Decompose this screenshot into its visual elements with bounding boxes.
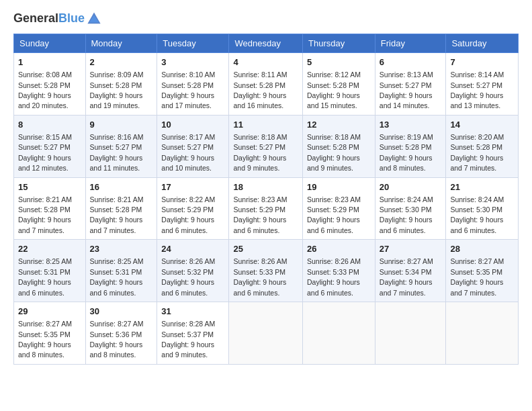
day-info: Sunrise: 8:26 AM Sunset: 5:33 PM Dayligh… xyxy=(233,257,287,296)
day-info: Sunrise: 8:27 AM Sunset: 5:35 PM Dayligh… xyxy=(450,257,504,296)
weekday-header-cell: Wednesday xyxy=(229,34,303,53)
day-number: 27 xyxy=(380,243,442,255)
day-info: Sunrise: 8:26 AM Sunset: 5:32 PM Dayligh… xyxy=(161,257,215,296)
calendar-day-cell: 8Sunrise: 8:15 AM Sunset: 5:27 PM Daylig… xyxy=(14,115,86,177)
day-number: 5 xyxy=(307,56,371,68)
calendar-day-cell: 2Sunrise: 8:09 AM Sunset: 5:28 PM Daylig… xyxy=(85,53,157,116)
day-info: Sunrise: 8:08 AM Sunset: 5:28 PM Dayligh… xyxy=(18,71,72,109)
day-number: 30 xyxy=(90,306,153,318)
day-number: 14 xyxy=(450,119,514,131)
calendar-day-cell: 3Sunrise: 8:10 AM Sunset: 5:28 PM Daylig… xyxy=(157,53,229,116)
day-number: 25 xyxy=(233,243,298,255)
calendar-day-cell: 23Sunrise: 8:25 AM Sunset: 5:31 PM Dayli… xyxy=(85,240,157,302)
calendar-day-cell: 27Sunrise: 8:27 AM Sunset: 5:34 PM Dayli… xyxy=(375,240,446,302)
day-info: Sunrise: 8:13 AM Sunset: 5:27 PM Dayligh… xyxy=(380,71,433,109)
day-info: Sunrise: 8:20 AM Sunset: 5:28 PM Dayligh… xyxy=(450,133,504,172)
day-number: 18 xyxy=(233,181,298,193)
day-info: Sunrise: 8:27 AM Sunset: 5:34 PM Dayligh… xyxy=(380,257,433,296)
logo-text: GeneralBlue xyxy=(13,12,85,26)
day-info: Sunrise: 8:16 AM Sunset: 5:27 PM Dayligh… xyxy=(90,133,144,172)
day-number: 12 xyxy=(307,119,371,131)
day-number: 11 xyxy=(233,119,298,131)
day-number: 21 xyxy=(450,181,514,193)
weekday-header-cell: Friday xyxy=(375,34,446,53)
calendar-day-cell: 13Sunrise: 8:19 AM Sunset: 5:28 PM Dayli… xyxy=(375,115,446,177)
day-number: 13 xyxy=(380,119,442,131)
weekday-header-cell: Monday xyxy=(85,34,157,53)
day-info: Sunrise: 8:14 AM Sunset: 5:27 PM Dayligh… xyxy=(450,71,504,109)
day-number: 24 xyxy=(161,243,224,255)
day-number: 23 xyxy=(90,243,153,255)
calendar-body: 1Sunrise: 8:08 AM Sunset: 5:28 PM Daylig… xyxy=(14,53,519,365)
calendar-week-row: 22Sunrise: 8:25 AM Sunset: 5:31 PM Dayli… xyxy=(14,240,519,302)
day-number: 19 xyxy=(307,181,371,193)
calendar-week-row: 15Sunrise: 8:21 AM Sunset: 5:28 PM Dayli… xyxy=(14,177,519,240)
day-info: Sunrise: 8:09 AM Sunset: 5:28 PM Dayligh… xyxy=(90,71,144,109)
day-info: Sunrise: 8:23 AM Sunset: 5:29 PM Dayligh… xyxy=(233,195,287,234)
calendar-day-cell: 29Sunrise: 8:27 AM Sunset: 5:35 PM Dayli… xyxy=(14,302,86,365)
calendar-day-cell: 1Sunrise: 8:08 AM Sunset: 5:28 PM Daylig… xyxy=(14,53,86,116)
calendar-day-cell: 17Sunrise: 8:22 AM Sunset: 5:29 PM Dayli… xyxy=(157,177,229,240)
calendar-table: SundayMondayTuesdayWednesdayThursdayFrid… xyxy=(13,34,519,365)
day-info: Sunrise: 8:24 AM Sunset: 5:30 PM Dayligh… xyxy=(450,195,504,234)
day-info: Sunrise: 8:27 AM Sunset: 5:35 PM Dayligh… xyxy=(18,320,72,359)
day-number: 2 xyxy=(90,56,153,68)
weekday-header-cell: Thursday xyxy=(303,34,375,53)
calendar-day-cell: 21Sunrise: 8:24 AM Sunset: 5:30 PM Dayli… xyxy=(446,177,519,240)
day-info: Sunrise: 8:28 AM Sunset: 5:37 PM Dayligh… xyxy=(161,320,215,359)
weekday-header-row: SundayMondayTuesdayWednesdayThursdayFrid… xyxy=(14,34,519,53)
day-number: 4 xyxy=(233,56,298,68)
calendar-day-cell xyxy=(303,302,375,365)
day-number: 20 xyxy=(380,181,442,193)
day-info: Sunrise: 8:25 AM Sunset: 5:31 PM Dayligh… xyxy=(90,257,144,296)
calendar-day-cell: 18Sunrise: 8:23 AM Sunset: 5:29 PM Dayli… xyxy=(229,177,303,240)
day-number: 8 xyxy=(18,119,81,131)
weekday-header-cell: Saturday xyxy=(446,34,519,53)
day-info: Sunrise: 8:21 AM Sunset: 5:28 PM Dayligh… xyxy=(18,195,72,234)
calendar-day-cell: 9Sunrise: 8:16 AM Sunset: 5:27 PM Daylig… xyxy=(85,115,157,177)
calendar-day-cell: 5Sunrise: 8:12 AM Sunset: 5:28 PM Daylig… xyxy=(303,53,375,116)
day-info: Sunrise: 8:23 AM Sunset: 5:29 PM Dayligh… xyxy=(307,195,361,234)
day-number: 31 xyxy=(161,306,224,318)
header: GeneralBlue xyxy=(13,11,519,27)
weekday-header-cell: Tuesday xyxy=(157,34,229,53)
day-number: 29 xyxy=(18,306,81,318)
calendar-week-row: 29Sunrise: 8:27 AM Sunset: 5:35 PM Dayli… xyxy=(14,302,519,365)
page-container: GeneralBlue SundayMondayTuesdayWednesday… xyxy=(0,0,532,411)
logo-icon xyxy=(86,11,102,27)
day-number: 26 xyxy=(307,243,371,255)
day-number: 10 xyxy=(161,119,224,131)
day-number: 6 xyxy=(380,56,442,68)
logo: GeneralBlue xyxy=(13,11,102,27)
calendar-day-cell: 7Sunrise: 8:14 AM Sunset: 5:27 PM Daylig… xyxy=(446,53,519,116)
calendar-day-cell: 30Sunrise: 8:27 AM Sunset: 5:36 PM Dayli… xyxy=(85,302,157,365)
day-number: 17 xyxy=(161,181,224,193)
calendar-day-cell: 31Sunrise: 8:28 AM Sunset: 5:37 PM Dayli… xyxy=(157,302,229,365)
day-number: 1 xyxy=(18,56,81,68)
day-number: 7 xyxy=(450,56,514,68)
day-info: Sunrise: 8:25 AM Sunset: 5:31 PM Dayligh… xyxy=(18,257,72,296)
day-info: Sunrise: 8:17 AM Sunset: 5:27 PM Dayligh… xyxy=(161,133,215,172)
calendar-day-cell xyxy=(446,302,519,365)
day-info: Sunrise: 8:12 AM Sunset: 5:28 PM Dayligh… xyxy=(307,71,361,109)
calendar-day-cell: 26Sunrise: 8:26 AM Sunset: 5:33 PM Dayli… xyxy=(303,240,375,302)
day-number: 15 xyxy=(18,181,81,193)
calendar-day-cell: 19Sunrise: 8:23 AM Sunset: 5:29 PM Dayli… xyxy=(303,177,375,240)
calendar-day-cell xyxy=(229,302,303,365)
day-info: Sunrise: 8:22 AM Sunset: 5:29 PM Dayligh… xyxy=(161,195,215,234)
day-info: Sunrise: 8:19 AM Sunset: 5:28 PM Dayligh… xyxy=(380,133,433,172)
calendar-day-cell: 24Sunrise: 8:26 AM Sunset: 5:32 PM Dayli… xyxy=(157,240,229,302)
weekday-header-cell: Sunday xyxy=(14,34,86,53)
calendar-week-row: 8Sunrise: 8:15 AM Sunset: 5:27 PM Daylig… xyxy=(14,115,519,177)
day-info: Sunrise: 8:27 AM Sunset: 5:36 PM Dayligh… xyxy=(90,320,144,359)
day-info: Sunrise: 8:26 AM Sunset: 5:33 PM Dayligh… xyxy=(307,257,361,296)
calendar-day-cell: 25Sunrise: 8:26 AM Sunset: 5:33 PM Dayli… xyxy=(229,240,303,302)
calendar-day-cell: 20Sunrise: 8:24 AM Sunset: 5:30 PM Dayli… xyxy=(375,177,446,240)
calendar-day-cell: 28Sunrise: 8:27 AM Sunset: 5:35 PM Dayli… xyxy=(446,240,519,302)
calendar-day-cell: 6Sunrise: 8:13 AM Sunset: 5:27 PM Daylig… xyxy=(375,53,446,116)
day-number: 3 xyxy=(161,56,224,68)
calendar-day-cell: 11Sunrise: 8:18 AM Sunset: 5:27 PM Dayli… xyxy=(229,115,303,177)
calendar-day-cell xyxy=(375,302,446,365)
day-info: Sunrise: 8:18 AM Sunset: 5:28 PM Dayligh… xyxy=(307,133,361,172)
day-number: 16 xyxy=(90,181,153,193)
